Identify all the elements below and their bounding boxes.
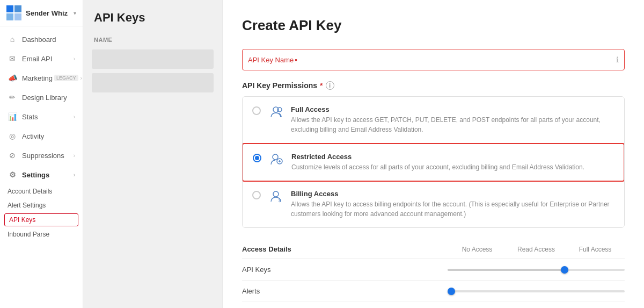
restricted-access-content: Restricted Access Customize levels of ac…: [291, 153, 614, 172]
sidebar-sub-account-details[interactable]: Account Details: [0, 184, 83, 198]
marketing-icon: 📣: [8, 73, 17, 83]
sidebar-label-settings: Settings: [22, 171, 71, 179]
design-library-icon: ✏: [8, 92, 17, 102]
svg-rect-2: [6, 13, 13, 20]
middle-col-header: NAME: [83, 32, 222, 47]
sidebar-item-stats[interactable]: 📊 Stats ›: [0, 107, 83, 126]
email-api-arrow-icon: ›: [74, 56, 75, 62]
middle-header: API Keys: [83, 0, 222, 32]
api-key-row-2[interactable]: [92, 73, 214, 92]
sidebar-sub-alert-settings[interactable]: Alert Settings: [0, 198, 83, 212]
full-access-desc: Allows the API key to access GET, PATCH,…: [291, 115, 614, 134]
sidebar: Sender Whiz ▾ ⌂ Dashboard ✉ Email API › …: [0, 0, 83, 308]
read-access-col-label: Read Access: [507, 246, 566, 253]
restricted-access-icon: [269, 152, 284, 167]
api-keys-slider-thumb[interactable]: [561, 266, 568, 274]
sidebar-brand-header[interactable]: Sender Whiz ▾: [0, 0, 83, 26]
sidebar-label-marketing: Marketing: [22, 74, 53, 82]
alerts-slider-thumb[interactable]: [448, 288, 455, 295]
access-details-header: Access Details No Access Read Access Ful…: [242, 240, 625, 259]
sidebar-item-email-api[interactable]: ✉ Email API ›: [0, 49, 83, 68]
api-keys-slider-fill: [448, 269, 565, 271]
activity-icon: ◎: [8, 131, 17, 141]
settings-sub-menu: Account Details Alert Settings API Keys …: [0, 184, 83, 241]
sidebar-item-activity[interactable]: ◎ Activity: [0, 126, 83, 146]
api-key-name-input-wrapper[interactable]: API Key Name ▪ ℹ: [242, 49, 625, 70]
full-access-radio[interactable]: [252, 106, 261, 115]
sidebar-item-design-library[interactable]: ✏ Design Library: [0, 88, 83, 107]
api-keys-slider-wrapper: [448, 269, 625, 271]
brand-name: Sender Whiz: [26, 9, 74, 17]
access-row-api-keys: API Keys: [242, 259, 625, 281]
sidebar-item-dashboard[interactable]: ⌂ Dashboard: [0, 30, 83, 49]
full-access-title: Full Access: [291, 105, 614, 113]
permissions-required-star: *: [320, 81, 323, 90]
permissions-group: API Key Permissions * i Full Access Allo…: [242, 81, 625, 228]
full-access-content: Full Access Allows the API key to access…: [291, 105, 614, 134]
suppressions-icon: ⊘: [8, 151, 17, 160]
svg-rect-0: [6, 5, 13, 12]
sidebar-item-suppressions[interactable]: ⊘ Suppressions ›: [0, 146, 83, 165]
svg-point-8: [273, 191, 279, 197]
permissions-label: API Key Permissions * i: [242, 81, 625, 90]
access-row-alerts-label: Alerts: [242, 287, 448, 295]
stats-arrow-icon: ›: [74, 114, 75, 120]
restricted-access-radio[interactable]: [253, 154, 261, 162]
api-key-name-label: API Key Name: [248, 56, 294, 64]
billing-access-desc: Allows the API key to access billing end…: [291, 199, 614, 219]
permission-cards-container: Full Access Allows the API key to access…: [242, 96, 625, 228]
brand-logo: [6, 5, 21, 20]
svg-point-6: [273, 154, 278, 160]
alerts-slider-track: [448, 290, 625, 292]
sidebar-sub-api-keys[interactable]: API Keys: [4, 213, 78, 226]
marketing-arrow-icon: ›: [80, 75, 82, 81]
middle-panel: API Keys NAME: [83, 0, 223, 308]
access-row-api-keys-label: API Keys: [242, 266, 448, 274]
access-details-title: Access Details: [242, 245, 448, 253]
sidebar-label-suppressions: Suppressions: [22, 152, 71, 160]
sidebar-item-settings[interactable]: ⚙ Settings ›: [0, 165, 83, 184]
info-circle-icon: ℹ: [616, 55, 619, 64]
permission-card-billing-access[interactable]: $ Billing Access Allows the API key to a…: [243, 181, 624, 227]
sidebar-label-email-api: Email API: [22, 55, 71, 63]
main-content: Create API Key API Key Name ▪ ℹ API Key …: [223, 0, 644, 308]
svg-point-5: [277, 108, 282, 112]
svg-rect-1: [14, 5, 21, 12]
access-row-alerts: Alerts: [242, 281, 625, 302]
api-key-name-required: ▪: [295, 56, 297, 64]
billing-access-icon: $: [268, 189, 283, 204]
permissions-info-icon[interactable]: i: [326, 81, 334, 90]
sidebar-label-activity: Activity: [22, 132, 75, 140]
sidebar-label-stats: Stats: [22, 113, 71, 121]
svg-rect-3: [14, 13, 21, 20]
billing-access-radio[interactable]: [252, 191, 261, 199]
stats-icon: 📊: [8, 112, 17, 121]
settings-arrow-icon: ›: [74, 172, 75, 178]
restricted-access-desc: Customize levels of access for all parts…: [291, 162, 614, 172]
permission-card-restricted-access[interactable]: Restricted Access Customize levels of ac…: [242, 143, 625, 182]
suppressions-arrow-icon: ›: [74, 153, 75, 159]
settings-icon: ⚙: [8, 170, 17, 180]
billing-access-content: Billing Access Allows the API key to acc…: [291, 190, 614, 219]
permission-card-full-access[interactable]: Full Access Allows the API key to access…: [243, 97, 624, 144]
sidebar-nav: ⌂ Dashboard ✉ Email API › 📣 Marketing LE…: [0, 26, 83, 308]
sidebar-item-marketing[interactable]: 📣 Marketing LEGACY ›: [0, 68, 83, 88]
brand-chevron-icon: ▾: [74, 10, 76, 16]
page-title: Create API Key: [242, 17, 625, 34]
access-details-section: Access Details No Access Read Access Ful…: [242, 240, 625, 302]
alerts-slider-wrapper: [448, 290, 625, 292]
api-key-row-1[interactable]: [92, 49, 214, 69]
sidebar-sub-inbound-parse[interactable]: Inbound Parse: [0, 227, 83, 241]
restricted-access-title: Restricted Access: [291, 153, 614, 161]
svg-text:$: $: [279, 198, 281, 203]
api-key-name-group: API Key Name ▪ ℹ: [242, 49, 625, 70]
full-access-icon: [268, 104, 283, 119]
sidebar-label-dashboard: Dashboard: [22, 35, 75, 44]
no-access-col-label: No Access: [448, 246, 507, 253]
api-keys-slider-track: [448, 269, 625, 271]
full-access-col-label: Full Access: [566, 246, 625, 253]
middle-title: API Keys: [94, 11, 211, 25]
email-api-icon: ✉: [8, 54, 17, 63]
sidebar-label-design-library: Design Library: [22, 94, 75, 102]
marketing-badge: LEGACY: [54, 75, 78, 81]
